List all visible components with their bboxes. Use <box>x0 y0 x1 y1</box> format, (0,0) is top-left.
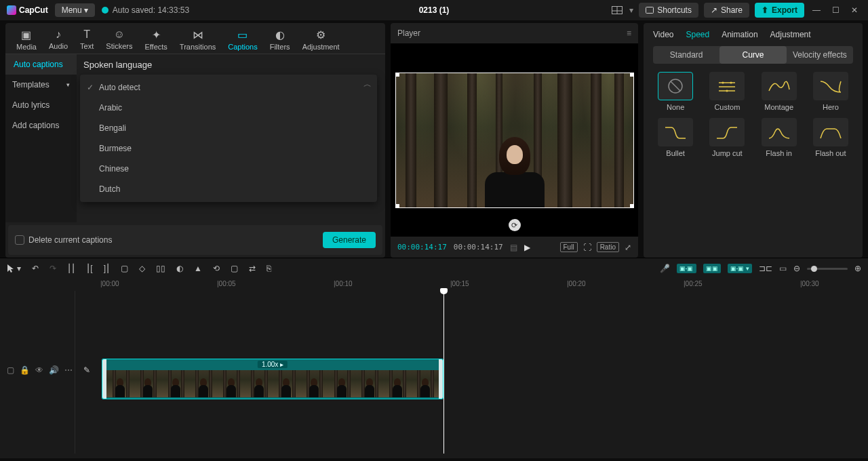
curve-custom[interactable]: Custom <box>705 72 749 111</box>
sidebar-item-auto-captions[interactable]: Auto captions <box>5 54 77 75</box>
delete-tool[interactable]: ▢ <box>121 264 128 273</box>
player-viewport[interactable]: ⟳ <box>391 43 638 237</box>
tool-f[interactable]: ▭ <box>779 264 787 273</box>
language-option-dutch[interactable]: Dutch <box>80 179 377 199</box>
generate-button[interactable]: Generate <box>323 232 376 248</box>
trim-right-tool[interactable]: ]⎮ <box>104 264 110 273</box>
maximize-button[interactable]: ☐ <box>829 3 842 17</box>
selection-tool[interactable]: ▾ <box>7 264 21 273</box>
redo-button[interactable]: ↷ <box>50 264 56 273</box>
tool-b[interactable]: ◐ <box>176 264 183 273</box>
language-option-auto-detect[interactable]: Auto detect <box>80 77 377 98</box>
curve-hero[interactable]: Hero <box>808 72 853 111</box>
reload-icon[interactable]: ⟳ <box>509 219 521 231</box>
left-tab-captions[interactable]: ▭Captions <box>224 26 261 54</box>
left-tab-media[interactable]: ▣Media <box>12 26 41 54</box>
tool-e[interactable]: ⎘ <box>267 264 271 273</box>
language-option-chinese[interactable]: Chinese <box>80 159 377 179</box>
curve-none[interactable]: None <box>653 72 698 111</box>
clip-handle-right[interactable] <box>439 359 443 399</box>
left-tab-text[interactable]: TText <box>76 26 98 54</box>
snap-toggle-c[interactable]: ▣-▣ ▾ <box>728 264 753 273</box>
minimize-button[interactable]: — <box>810 3 823 17</box>
playhead[interactable] <box>443 291 444 454</box>
sidebar-item-auto-lyrics[interactable]: Auto lyrics <box>5 95 77 115</box>
left-tab-adjustment[interactable]: ⚙Adjustment <box>298 26 344 54</box>
speed-mode-curve[interactable]: Curve <box>719 46 786 64</box>
eye-icon[interactable]: 👁 <box>35 365 43 375</box>
menu-button[interactable]: Menu▾ <box>55 3 95 17</box>
time-ruler[interactable]: |00:00|00:05|00:10|00:15|00:20|00:25|00:… <box>75 279 868 291</box>
snap-toggle-b[interactable]: ▣▣ <box>703 264 721 273</box>
total-time: 00:00:14:17 <box>454 243 503 252</box>
delete-captions-checkbox[interactable]: Delete current captions <box>15 235 112 245</box>
zoom-in-button[interactable]: ⊕ <box>854 264 861 273</box>
curve-flash-in[interactable]: Flash in <box>757 118 802 157</box>
left-tab-filters[interactable]: ◐Filters <box>266 26 294 54</box>
curve-flash-out[interactable]: Flash out <box>808 118 853 157</box>
zoom-out-button[interactable]: ⊖ <box>793 264 800 273</box>
share-button[interactable]: ↗Share <box>704 3 749 18</box>
tracks-area[interactable]: ▢ 🔒 👁 🔊 ⋯ ✎ 1.00x ▸ <box>0 291 868 454</box>
left-tab-stickers[interactable]: ☺Stickers <box>102 26 136 54</box>
more-icon[interactable]: ⋯ <box>64 365 73 375</box>
curve-montage[interactable]: Montage <box>757 72 802 111</box>
language-option-arabic[interactable]: Arabic <box>80 98 377 118</box>
track-settings-icon[interactable]: ▢ <box>7 365 14 375</box>
language-option-bengali[interactable]: Bengali <box>80 118 377 138</box>
inspector-tab-video[interactable]: Video <box>653 30 673 39</box>
mic-icon[interactable]: 🎤 <box>660 264 670 273</box>
sidebar-item-templates[interactable]: Templates▾ <box>5 75 77 95</box>
zoom-slider[interactable] <box>807 268 848 270</box>
video-frame[interactable] <box>395 73 634 208</box>
snap-toggle-a[interactable]: ▣-▣ <box>677 264 696 273</box>
list-icon[interactable]: ▤ <box>510 243 517 252</box>
inspector-tab-adjustment[interactable]: Adjustment <box>770 30 811 39</box>
undo-button[interactable]: ↶ <box>32 264 39 273</box>
shortcuts-button[interactable]: Shortcuts <box>639 3 698 18</box>
clip-thumb <box>134 370 162 397</box>
split-tool[interactable]: ⎮⎮ <box>67 264 75 273</box>
crop-tool[interactable]: ▢ <box>231 264 238 273</box>
left-tab-effects[interactable]: ✦Effects <box>140 26 171 54</box>
full-button[interactable]: Full <box>560 242 578 252</box>
curve-bullet[interactable]: Bullet <box>653 118 698 157</box>
filters-icon: ◐ <box>275 28 285 41</box>
crop-icon[interactable]: ⛶ <box>583 243 591 252</box>
speed-mode-standard[interactable]: Standard <box>653 46 719 64</box>
clip-thumb <box>106 370 134 397</box>
trim-left-tool[interactable]: ⎮[ <box>86 264 92 273</box>
left-panel: ▣Media♪AudioTText☺Stickers✦Effects⋈Trans… <box>5 23 385 258</box>
player-menu-icon[interactable]: ≡ <box>627 28 631 38</box>
delete-captions-label: Delete current captions <box>28 235 112 245</box>
curve-jump-cut[interactable]: Jump cut <box>705 118 749 157</box>
tool-d[interactable]: ⇄ <box>249 264 256 273</box>
left-tab-transitions[interactable]: ⋈Transitions <box>176 26 220 54</box>
edit-icon[interactable]: ✎ <box>83 365 90 375</box>
chevron-down-icon[interactable]: ▾ <box>629 5 633 15</box>
language-dropdown[interactable]: ︿ Auto detectArabicBengaliBurmeseChinese… <box>80 75 377 202</box>
left-tab-audio[interactable]: ♪Audio <box>45 26 72 54</box>
ratio-button[interactable]: Ratio <box>597 242 619 252</box>
inspector-tab-speed[interactable]: Speed <box>686 30 709 39</box>
tool-c[interactable]: ⟲ <box>213 264 220 273</box>
export-button[interactable]: ⬆Export <box>755 3 804 18</box>
track-head: ▢ 🔒 👁 🔊 ⋯ ✎ <box>0 365 75 375</box>
speed-mode-velocity-effects[interactable]: Velocity effects <box>787 46 853 64</box>
play-button[interactable]: ▶ <box>524 243 530 252</box>
mute-icon[interactable]: 🔊 <box>49 365 59 375</box>
tool-a[interactable]: ▯▯ <box>156 264 165 273</box>
project-title[interactable]: 0213 (1) <box>419 5 450 15</box>
fullscreen-icon[interactable]: ⤢ <box>625 243 631 252</box>
close-button[interactable]: ✕ <box>848 3 861 17</box>
magnet-icon[interactable]: ⊐⊏ <box>759 264 772 273</box>
inspector-tab-animation[interactable]: Animation <box>722 30 757 39</box>
sidebar-item-add-captions[interactable]: Add captions <box>5 115 77 136</box>
mirror-tool[interactable]: ▲ <box>194 264 202 273</box>
language-option-burmese[interactable]: Burmese <box>80 138 377 159</box>
video-clip[interactable]: 1.00x ▸ <box>102 359 443 399</box>
lock-icon[interactable]: 🔒 <box>20 365 30 375</box>
marker-tool[interactable]: ◇ <box>139 264 145 273</box>
inspector-panel: VideoSpeedAnimationAdjustment StandardCu… <box>644 23 863 258</box>
layout-button[interactable] <box>610 3 624 17</box>
